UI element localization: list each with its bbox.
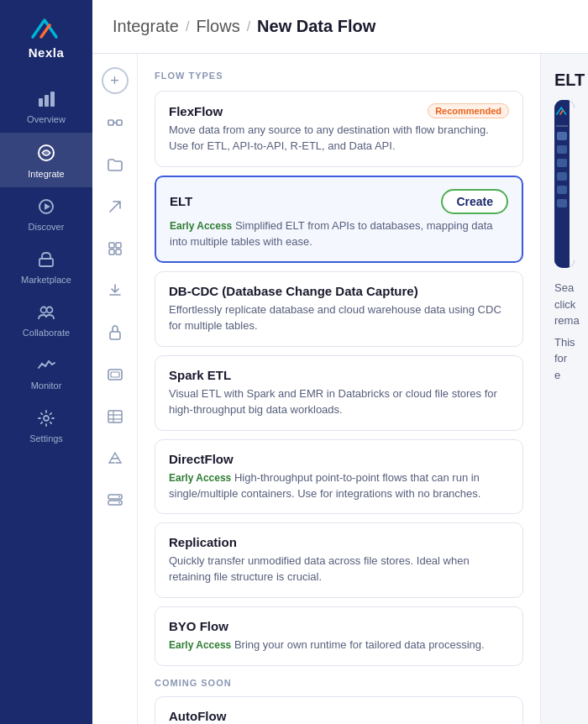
breadcrumb-current: New Data Flow [257,17,375,36]
sidebar-item-marketplace-label: Marketplace [21,275,71,285]
byo-flow-early-access-badge: Early Access [169,639,231,651]
svg-rect-11 [108,120,113,125]
spark-etl-desc: Visual ETL with Spark and EMR in Databri… [169,386,509,418]
flow-card-byo-flow[interactable]: BYO Flow Early Access Bring your own run… [155,606,523,666]
grid-icon[interactable] [102,235,129,262]
preview-mini-app: ▶ ⋯ [554,100,575,268]
server-icon[interactable] [102,487,129,514]
elt-desc: Early Access Simplified ELT from APIs to… [170,218,508,250]
svg-rect-20 [108,411,122,422]
overview-icon [37,90,55,111]
flow-card-autoflow[interactable]: AutoFlow [155,696,523,724]
breadcrumb: Integrate / Flows / New Data Flow [113,17,375,36]
flow-card-directflow[interactable]: DirectFlow Early Access High-throughput … [155,439,523,515]
sidebar-item-overview-label: Overview [27,114,66,124]
sidebar-item-discover-label: Discover [29,222,65,232]
spark-etl-header: Spark ETL [169,368,509,382]
logo-text: Nexla [29,45,65,60]
flow-card-dbcdc[interactable]: DB-CDC (Database Change Data Capture) Ef… [155,271,523,347]
sidebar-item-settings-label: Settings [29,433,63,443]
sidebar-item-monitor[interactable]: Monitor [0,346,92,399]
elt-title: ELT [170,194,192,208]
coming-soon-label: COMING SOON [155,678,523,688]
dbcdc-desc: Effortlessly replicate database and clou… [169,302,509,334]
flow-card-elt[interactable]: ELT Create Early Access Simplified ELT f… [155,176,523,264]
preview-desc-1: Seaclickrema [554,280,575,329]
integrate-icon [36,143,56,165]
flow-card-spark-etl[interactable]: Spark ETL Visual ETL with Spark and EMR … [155,355,523,431]
preview-title: ELT [554,71,575,90]
pipeline-icon[interactable] [102,109,129,136]
svg-point-10 [44,416,49,421]
flow-card-flexflow[interactable]: FlexFlow Recommended Move data from any … [155,91,523,167]
add-icon[interactable]: + [102,67,129,94]
sidebar-item-settings[interactable]: Settings [0,399,92,452]
svg-point-27 [118,502,120,504]
directflow-title: DirectFlow [169,452,234,466]
byo-flow-header: BYO Flow [169,619,509,633]
main-content: Integrate / Flows / New Data Flow + [92,0,588,724]
autoflow-title: AutoFlow [169,709,226,723]
nexla-logo [28,13,65,44]
preview-desc-2: Thisfor e [554,334,575,384]
svg-rect-18 [108,370,122,380]
byo-flow-title: BYO Flow [169,619,228,633]
sidebar-item-overview[interactable]: Overview [0,80,92,133]
svg-rect-16 [116,249,121,254]
svg-rect-2 [50,92,55,107]
svg-rect-14 [116,243,121,248]
svg-rect-0 [39,98,43,107]
svg-rect-12 [117,120,122,125]
replication-title: Replication [169,535,237,549]
settings-icon [37,409,55,430]
flexflow-title: FlexFlow [169,104,223,118]
sidebar: Nexla Overview Integrate Discover Market… [0,0,92,724]
elt-early-access-badge: Early Access [170,220,232,232]
recycle-icon[interactable] [102,445,129,472]
folder-icon[interactable] [102,151,129,178]
sidebar-item-discover[interactable]: Discover [0,187,92,240]
replication-header: Replication [169,535,509,549]
sidebar-item-collaborate[interactable]: Collaborate [0,293,92,346]
spark-etl-title: Spark ETL [169,368,231,382]
import-icon[interactable] [102,277,129,304]
flexflow-header: FlexFlow Recommended [169,103,509,118]
svg-rect-15 [109,249,114,254]
svg-point-8 [41,307,47,313]
svg-rect-19 [111,372,119,377]
sidebar-item-integrate[interactable]: Integrate [0,133,92,187]
svg-rect-1 [45,95,49,107]
topbar: Integrate / Flows / New Data Flow [92,0,588,54]
breadcrumb-integrate[interactable]: Integrate [113,17,179,36]
svg-rect-13 [109,243,114,248]
flow-types-label: FLOW TYPES [155,71,523,81]
marketplace-icon [37,250,55,271]
replication-desc: Quickly transfer unmodified data across … [169,553,509,585]
body-area: + [92,54,588,724]
table-icon[interactable] [102,403,129,430]
directflow-early-access-badge: Early Access [169,472,231,484]
breadcrumb-flows[interactable]: Flows [196,17,239,36]
sidebar-nav: Overview Integrate Discover Marketplace … [0,80,92,452]
icon-rail: + [92,54,138,724]
media-icon[interactable] [102,361,129,388]
create-button[interactable]: Create [441,189,508,214]
directflow-desc: Early Access High-throughput point-to-po… [169,470,509,502]
discover-icon [37,197,55,218]
autoflow-header: AutoFlow [169,709,509,723]
dbcdc-header: DB-CDC (Database Change Data Capture) [169,284,509,298]
byo-flow-desc: Early Access Bring your own runtime for … [169,637,509,653]
preview-panel: ELT [541,54,588,724]
flexflow-desc: Move data from any source to any destina… [169,123,509,155]
directflow-header: DirectFlow [169,452,509,466]
flow-card-replication[interactable]: Replication Quickly transfer unmodified … [155,522,523,598]
collaborate-icon [37,303,55,324]
dbcdc-title: DB-CDC (Database Change Data Capture) [169,284,418,298]
svg-rect-17 [110,332,120,339]
preview-description: Seaclickrema Thisfor e [554,280,575,383]
monitor-icon [37,356,55,377]
lock-icon[interactable] [102,319,129,346]
sidebar-item-marketplace[interactable]: Marketplace [0,240,92,293]
export-arrow-icon[interactable] [102,193,129,220]
breadcrumb-sep-1: / [186,19,189,34]
